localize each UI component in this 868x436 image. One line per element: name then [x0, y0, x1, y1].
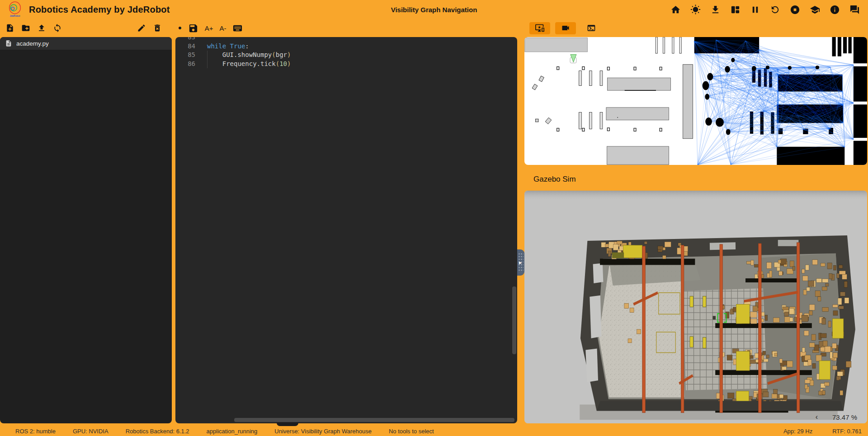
code-text: GUI.showNumpy(bgr) [207, 51, 291, 60]
line-number: 86 [175, 60, 207, 69]
visibility-graph-edges [694, 40, 854, 165]
gazebo-rtf-display: ‹ 73.47 % [816, 413, 857, 421]
page-title: Robotics Academy by JdeRobot [29, 5, 170, 15]
console-drawer-handle[interactable]: ▶ [517, 249, 524, 276]
save-icon [188, 23, 198, 33]
file-explorer: academy.py [0, 37, 172, 423]
theory-icon [810, 5, 820, 15]
delete-file-icon [153, 23, 162, 33]
font-increase-button[interactable]: A+ [205, 24, 213, 32]
unsaved-indicator: • [178, 26, 182, 30]
code-line[interactable]: 84while True: [175, 42, 517, 51]
code-text: while True: [207, 42, 249, 51]
keyboard-icon [232, 23, 243, 33]
rename-file-button[interactable] [137, 23, 146, 33]
header-actions [670, 5, 868, 15]
status-items: ROS 2: humbleGPU: NVIDIARobotics Backend… [15, 428, 434, 435]
gazebo-panel-title: Gazebo Sim [533, 175, 576, 184]
new-file-button[interactable] [5, 23, 14, 33]
gui-screen-icon [535, 23, 544, 33]
status-item: RTF: 0.761 [832, 428, 862, 435]
workspace-layout-icon [730, 5, 741, 15]
reset-simulation-button[interactable] [770, 5, 780, 15]
robot-position-marker [570, 55, 576, 63]
svg-text:JdeRobot: JdeRobot [10, 15, 20, 17]
download-code-button[interactable] [710, 5, 721, 15]
new-file-icon [5, 23, 14, 33]
simulation-column: Gazebo Sim [524, 37, 867, 423]
camera-stream-icon [561, 23, 570, 33]
file-toolbar [0, 23, 172, 33]
forum-icon [849, 5, 860, 15]
rtf-percent-value: 73.47 % [832, 413, 857, 421]
robot-model [712, 316, 716, 319]
info-button[interactable] [830, 5, 840, 15]
brand: JdeRobot Robotics Academy by JdeRobot [0, 1, 170, 18]
stop-record-icon [790, 5, 800, 15]
line-number: 85 [175, 51, 207, 60]
delete-file-button[interactable] [153, 23, 162, 33]
forum-button[interactable] [849, 5, 860, 15]
gazebo-sim-viewport[interactable] [524, 191, 867, 423]
save-button[interactable] [188, 23, 198, 33]
exercise-title: Visibility Graph Navigation [391, 6, 477, 14]
code-text: Frequency.tick(10) [207, 60, 291, 69]
status-bar: ROS 2: humbleGPU: NVIDIARobotics Backend… [0, 426, 868, 436]
home-icon [670, 5, 681, 15]
upload-file-icon [37, 23, 46, 33]
status-item: Universe: Visibility Graph Warehouse [274, 428, 372, 435]
theme-brightness-icon [690, 5, 701, 15]
upload-file-button[interactable] [37, 23, 46, 33]
code-line[interactable]: 83 [175, 37, 517, 42]
gazebo-sim-panel: ‹ 73.47 % [524, 191, 867, 423]
new-folder-button[interactable] [21, 23, 30, 33]
status-item: Robotics Backend: 6.1.2 [126, 428, 189, 435]
robotics-academy-app: JdeRobot Robotics Academy by JdeRobot Vi… [0, 0, 868, 436]
sync-files-icon [53, 23, 62, 33]
visibility-graph-map[interactable] [524, 37, 867, 165]
code-line[interactable]: 85 GUI.showNumpy(bgr) [175, 51, 517, 60]
theory-button[interactable] [810, 5, 820, 15]
file-item[interactable]: academy.py [0, 37, 172, 50]
collapse-stats-button[interactable]: ‹ [816, 413, 818, 421]
status-item: ROS 2: humble [15, 428, 56, 435]
expand-right-icon: ▶ [519, 261, 522, 265]
status-item: No tools to select [389, 428, 434, 435]
download-code-icon [710, 5, 721, 15]
font-decrease-button[interactable]: A- [219, 24, 226, 32]
code-editor: 8384while True:85 GUI.showNumpy(bgr)86 F… [175, 37, 517, 423]
code-line[interactable]: 86 Frequency.tick(10) [175, 60, 517, 69]
home-button[interactable] [670, 5, 681, 15]
pause-simulation-button[interactable] [750, 5, 760, 15]
stop-record-button[interactable] [790, 5, 800, 15]
keyboard-button[interactable] [232, 23, 243, 33]
main-area: academy.py 8384while True:85 GUI.showNum… [0, 37, 868, 423]
new-folder-icon [21, 23, 30, 33]
edit-actions-group [137, 23, 162, 33]
gui-screen-toggle-button[interactable] [529, 22, 550, 34]
workspace-layout-button[interactable] [730, 5, 741, 15]
line-number: 83 [175, 37, 207, 42]
status-item: application_running [207, 428, 258, 435]
visibility-graph-panel [524, 37, 867, 165]
editor-vertical-scrollbar[interactable] [512, 286, 516, 354]
app-header: JdeRobot Robotics Academy by JdeRobot Vi… [0, 0, 868, 19]
sync-files-button[interactable] [53, 23, 62, 33]
view-toggles-group [524, 22, 868, 34]
gazebo-panel-header[interactable]: Gazebo Sim [524, 171, 867, 188]
editor-horizontal-scrollbar[interactable] [234, 418, 514, 422]
camera-stream-toggle-button[interactable] [555, 22, 576, 34]
editor-toolbar: • A+ A- [175, 23, 517, 33]
code-view[interactable]: 8384while True:85 GUI.showNumpy(bgr)86 F… [175, 37, 517, 423]
file-actions-group [5, 23, 62, 33]
file-name: academy.py [16, 40, 49, 47]
theme-brightness-button[interactable] [690, 5, 701, 15]
web-terminal-icon [587, 23, 596, 33]
rename-file-icon [137, 23, 146, 33]
console-bottom-handle[interactable] [277, 422, 298, 426]
jderobot-logo-icon: JdeRobot [6, 1, 24, 18]
web-terminal-toggle-button[interactable] [581, 22, 602, 34]
pause-simulation-icon [750, 5, 760, 15]
file-icon [5, 40, 12, 47]
info-icon [830, 5, 840, 15]
